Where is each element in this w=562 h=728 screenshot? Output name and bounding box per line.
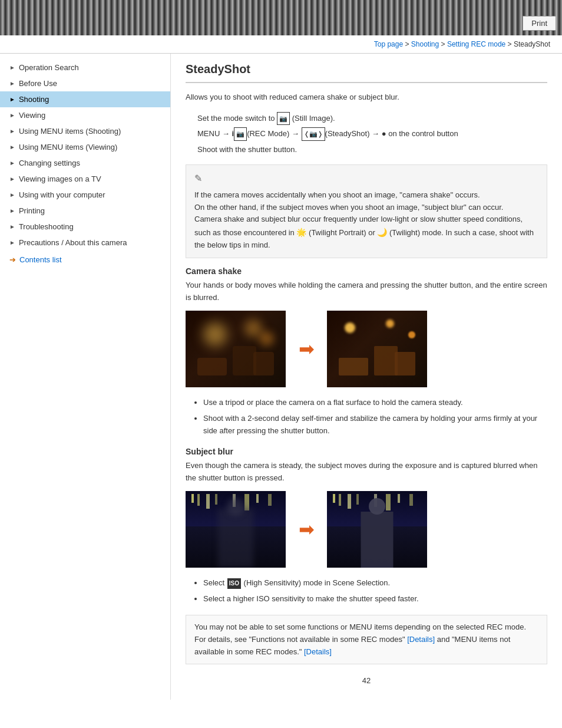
arrow-icon: ► (9, 160, 15, 166)
sidebar-item-using-computer[interactable]: ► Using with your computer (0, 187, 170, 203)
breadcrumb-sep2: > (441, 40, 447, 48)
sidebar-label: Using MENU items (Viewing) (19, 143, 117, 151)
camera-shake-heading: Camera shake (186, 266, 547, 276)
subject-blur-bullet-2: Select a higher ISO sensitivity to make … (203, 593, 547, 605)
contents-list-link[interactable]: ➔ Contents list (0, 251, 170, 269)
header-bar: Print (0, 0, 562, 35)
breadcrumb-top[interactable]: Top page (374, 40, 403, 48)
sidebar-item-before-use[interactable]: ► Before Use (0, 75, 170, 91)
arrow-between-icon: ➡ (289, 338, 324, 360)
sidebar-label: Shooting (19, 95, 49, 104)
sidebar-label: Troubleshooting (19, 222, 74, 231)
camera-shake-text: Your hands or body moves while holding t… (186, 279, 547, 304)
arrow-icon: ► (9, 96, 15, 103)
note-text: If the camera moves accidentally when yo… (194, 189, 538, 252)
sidebar-label: Viewing images on a TV (19, 174, 101, 183)
instruction-2: MENU → i📷(REC Mode) → ❬📷❭(SteadyShot) → … (197, 127, 547, 141)
arrow-icon: ► (9, 176, 15, 182)
breadcrumb-setting-rec[interactable]: Setting REC mode (447, 40, 505, 48)
sidebar-item-viewing-images-tv[interactable]: ► Viewing images on a TV (0, 171, 170, 187)
arrow-icon: ► (9, 239, 15, 246)
breadcrumb-shooting[interactable]: Shooting (411, 40, 439, 48)
sidebar-item-using-menu-shooting[interactable]: ► Using MENU items (Shooting) (0, 123, 170, 139)
breadcrumb: Top page > Shooting > Setting REC mode >… (0, 35, 562, 54)
page-title: SteadyShot (186, 62, 547, 76)
contents-link-label: Contents list (19, 255, 62, 264)
sidebar-label: Printing (19, 206, 45, 215)
arrow-icon: ► (9, 192, 15, 198)
sidebar-label: Using with your computer (19, 190, 105, 199)
camera-shake-bullets: Use a tripod or place the camera on a fl… (191, 397, 547, 437)
sidebar-label: Changing settings (19, 159, 80, 167)
subject-blur-bullets: Select ISO (High Sensitivity) mode in Sc… (191, 577, 547, 605)
sidebar-item-changing-settings[interactable]: ► Changing settings (0, 155, 170, 171)
details-link-2[interactable]: [Details] (304, 647, 332, 656)
iso-icon: ISO (227, 578, 241, 589)
note-box: ✎ If the camera moves accidentally when … (186, 164, 547, 258)
page-number: 42 (186, 664, 547, 691)
sidebar-item-troubleshooting[interactable]: ► Troubleshooting (0, 219, 170, 235)
main-content: SteadyShot Allows you to shoot with redu… (171, 54, 562, 700)
subject-blur-before-image (186, 491, 286, 568)
subject-blur-after-image (327, 491, 427, 568)
breadcrumb-sep1: > (405, 40, 411, 48)
sidebar-label: Using MENU items (Shooting) (19, 127, 121, 136)
arrow-icon: ► (9, 64, 15, 71)
arrow-icon: ► (9, 80, 15, 87)
camera-shake-before-image (186, 311, 286, 387)
subject-blur-images: ➡ (186, 491, 547, 568)
sidebar-item-shooting[interactable]: ► Shooting (0, 91, 170, 107)
sidebar-label: Viewing (19, 111, 45, 120)
sidebar-item-viewing[interactable]: ► Viewing (0, 107, 170, 123)
sidebar-item-printing[interactable]: ► Printing (0, 203, 170, 219)
sidebar-label: Operation Search (19, 63, 79, 72)
sidebar-item-precautions[interactable]: ► Precautions / About this camera (0, 235, 170, 251)
arrow-icon: ► (9, 144, 15, 150)
camera-shake-bullet-1: Use a tripod or place the camera on a fl… (203, 397, 547, 409)
instruction-3: Shoot with the shutter button. (197, 143, 547, 156)
instruction-1: Set the mode switch to 📷 (Still Image). (197, 112, 547, 126)
camera-shake-after-image (327, 311, 427, 387)
subject-blur-heading: Subject blur (186, 447, 547, 456)
arrow-icon: ► (9, 128, 15, 134)
page-layout: ► Operation Search ► Before Use ► Shooti… (0, 54, 562, 700)
sidebar-item-operation-search[interactable]: ► Operation Search (0, 60, 170, 75)
subject-blur-text: Even though the camera is steady, the su… (186, 460, 547, 485)
sidebar-label: Precautions / About this camera (19, 238, 127, 247)
page-title-section: SteadyShot (186, 62, 547, 83)
arrow-right-icon: ➔ (9, 255, 16, 264)
sidebar-label: Before Use (19, 79, 57, 88)
intro-text: Allows you to shoot with reduced camera … (186, 91, 547, 104)
camera-shake-images: ➡ (186, 311, 547, 387)
note-bottom: You may not be able to set some function… (186, 615, 547, 664)
details-link-1[interactable]: [Details] (407, 635, 435, 644)
breadcrumb-current: SteadyShot (514, 40, 550, 48)
arrow-icon: ► (9, 223, 15, 230)
camera-shake-bullet-2: Shoot with a 2-second delay self-timer a… (203, 413, 547, 437)
breadcrumb-sep3: > (508, 40, 514, 48)
sidebar: ► Operation Search ► Before Use ► Shooti… (0, 54, 171, 700)
arrow-between-icon-2: ➡ (289, 518, 324, 541)
arrow-icon: ► (9, 112, 15, 118)
sidebar-item-using-menu-viewing[interactable]: ► Using MENU items (Viewing) (0, 139, 170, 155)
note-icon: ✎ (194, 171, 538, 186)
print-button[interactable]: Print (523, 16, 556, 31)
subject-blur-bullet-1: Select ISO (High Sensitivity) mode in Sc… (203, 577, 547, 589)
arrow-icon: ► (9, 207, 15, 214)
